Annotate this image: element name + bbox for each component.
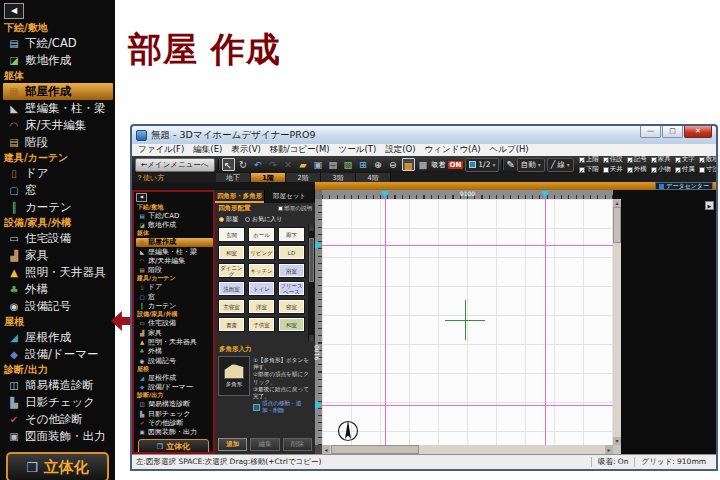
floor-tab[interactable]: 1階 bbox=[251, 173, 286, 182]
scrollbar-thumb[interactable] bbox=[331, 445, 419, 454]
room-button[interactable]: トイレ bbox=[248, 281, 275, 296]
sidebar-item[interactable]: ◫ 簡易構造診断 bbox=[3, 377, 113, 394]
sidebar-item[interactable]: ▣ 図面装飾・出力 bbox=[3, 428, 113, 445]
fit-view-icon[interactable]: ⊞ bbox=[357, 158, 370, 171]
sidebar-item[interactable]: 下絵/敷地 bbox=[3, 21, 113, 35]
mini-sidebar-item[interactable]: ▙ 日影チェック bbox=[136, 409, 213, 418]
maximize-button[interactable]: □ bbox=[662, 126, 683, 138]
mini-sidebar-item[interactable]: ▤ 下絵/CAD bbox=[136, 211, 213, 220]
sidebar-item[interactable]: ◠ 床/天井編集 bbox=[3, 117, 113, 134]
layer-checkbox[interactable]: 敷地 bbox=[699, 156, 716, 164]
panel-tab[interactable]: 四角形・多角形 bbox=[215, 190, 265, 203]
sidebar-item[interactable]: ▤ 下絵/CAD bbox=[3, 35, 113, 52]
mini-sidebar-item[interactable]: ◣ 壁編集・柱・梁 bbox=[136, 247, 213, 256]
room-button[interactable]: 廊下 bbox=[278, 227, 305, 242]
print-icon[interactable]: ▤ bbox=[327, 158, 340, 171]
menu-item[interactable]: 編集(E) bbox=[193, 144, 222, 156]
close-button[interactable]: ✕ bbox=[684, 126, 712, 138]
layer-checkbox[interactable]: 天井 bbox=[603, 165, 623, 173]
mini-sidebar-item[interactable]: ▣ 図面装飾・出力 bbox=[136, 428, 213, 437]
mini-sidebar-item[interactable]: ◠ 床/天井編集 bbox=[136, 256, 213, 265]
make-3d-button[interactable]: ❒ 立体化 bbox=[6, 452, 109, 480]
layer-checkbox[interactable]: 小物 bbox=[651, 165, 671, 173]
sidebar-item[interactable]: ║ カーテン bbox=[3, 199, 113, 216]
room-button[interactable]: 洗面室 bbox=[218, 281, 245, 296]
scroll-down-icon[interactable]: ▾ bbox=[613, 437, 621, 445]
sidebar-item[interactable]: ▤ 階段 bbox=[3, 134, 113, 151]
room-button[interactable]: 和室 bbox=[278, 317, 305, 332]
floor-tab[interactable]: 3階 bbox=[321, 173, 356, 182]
menu-item[interactable]: ヘルプ(H) bbox=[490, 144, 529, 156]
room-button[interactable]: LD bbox=[278, 245, 305, 260]
scroll-right-icon[interactable]: ▸ bbox=[605, 445, 613, 454]
layer-checkbox[interactable]: 付属 bbox=[675, 165, 695, 173]
sidebar-item[interactable]: ◣ 壁編集・柱・梁 bbox=[3, 100, 113, 117]
sidebar-collapse-button[interactable]: ◀ bbox=[4, 3, 24, 19]
sidebar-item[interactable]: ▢ 窓 bbox=[3, 182, 113, 199]
mini-sidebar-item[interactable]: ▢ 窓 bbox=[136, 292, 213, 301]
sidebar-item[interactable]: 診断/出力 bbox=[3, 363, 113, 377]
mini-sidebar-collapse-button[interactable]: ◀ bbox=[136, 193, 147, 202]
menu-item[interactable]: 設定(O) bbox=[385, 144, 415, 156]
rotate-select-icon[interactable]: ↻ bbox=[237, 158, 250, 171]
open-file-icon[interactable]: ▰ bbox=[297, 158, 310, 171]
floor-tab[interactable]: 地下 bbox=[216, 173, 251, 182]
sidebar-item[interactable]: 躯体 bbox=[3, 69, 113, 83]
grid-toggle-icon[interactable]: ▦ bbox=[402, 158, 415, 171]
sidebar-item[interactable]: ▟ 家具 bbox=[3, 247, 113, 264]
action-button[interactable]: 追加 bbox=[218, 438, 247, 451]
radio-option[interactable]: お気に入り bbox=[245, 215, 282, 224]
room-button[interactable]: 子供室 bbox=[248, 317, 275, 332]
image-icon[interactable]: ▧ bbox=[342, 158, 355, 171]
layer-checkbox[interactable]: 下階 bbox=[579, 165, 599, 173]
menu-item[interactable]: 表示(V) bbox=[231, 144, 260, 156]
layer-checkbox[interactable]: 家具 bbox=[651, 156, 671, 164]
sidebar-item[interactable]: ◪ 敷地作成 bbox=[3, 52, 113, 69]
room-button[interactable]: 書斎 bbox=[218, 317, 245, 332]
room-button[interactable]: 洋室 bbox=[248, 299, 275, 314]
room-button[interactable]: ホール bbox=[248, 227, 275, 242]
horizontal-scrollbar[interactable]: ◂ ▸ bbox=[322, 445, 613, 454]
mini-sidebar-item[interactable]: ▲ 照明・天井器具 bbox=[136, 337, 213, 346]
expand-panel-button[interactable]: ▶ bbox=[705, 201, 714, 210]
sidebar-item[interactable]: ▦ 部屋作成 bbox=[3, 83, 113, 100]
layer-checkbox[interactable]: 寸法線 bbox=[699, 165, 716, 173]
room-button[interactable]: 和室 bbox=[218, 245, 245, 260]
room-button[interactable]: 寝室 bbox=[278, 299, 305, 314]
menu-item[interactable]: ウィンドウ(A) bbox=[425, 144, 481, 156]
sidebar-item[interactable]: ▯ ドア bbox=[3, 165, 113, 182]
room-button[interactable]: 浴室 bbox=[278, 263, 305, 278]
scrollbar-thumb[interactable] bbox=[613, 207, 621, 243]
radio-option[interactable]: 部屋 bbox=[219, 215, 238, 224]
mini-sidebar-item[interactable]: ▟ 家具 bbox=[136, 328, 213, 337]
datacenter-button[interactable]: データセンター bbox=[655, 182, 713, 190]
sidebar-item[interactable]: ♣ 外構 bbox=[3, 281, 113, 298]
floor-tab[interactable]: 2階 bbox=[286, 173, 321, 182]
scroll-left-icon[interactable]: ◂ bbox=[322, 445, 330, 454]
scale-dropdown[interactable]: 1/2 ▾ bbox=[465, 158, 499, 172]
mini-sidebar-item[interactable]: ▦ 部屋作成 bbox=[136, 238, 213, 247]
sidebar-item[interactable]: ▲ 照明・天井器具 bbox=[3, 264, 113, 281]
minimize-button[interactable]: — bbox=[640, 126, 661, 138]
fill-toggle-icon[interactable]: ■ bbox=[417, 158, 430, 171]
sidebar-item[interactable]: ◉ 設備記号 bbox=[3, 298, 113, 315]
zoom-in-icon[interactable]: ⊕ bbox=[372, 158, 385, 171]
room-button[interactable]: リビング bbox=[248, 245, 275, 260]
main-menu-back-button[interactable]: ←メインメニューへ bbox=[135, 158, 215, 172]
layer-checkbox[interactable]: 住設 bbox=[603, 156, 623, 164]
floor-tab[interactable]: 4階 bbox=[356, 173, 391, 182]
mini-make-3d-button[interactable]: ❒ 立体化 bbox=[138, 439, 209, 454]
layer-checkbox[interactable]: 外構 bbox=[627, 165, 647, 173]
action-button[interactable]: 削除 bbox=[283, 438, 312, 451]
sidebar-item[interactable]: ▭ 住宅設備 bbox=[3, 230, 113, 247]
vertical-scrollbar[interactable]: ▴ ▾ bbox=[613, 199, 621, 445]
layer-checkbox[interactable]: 上階 bbox=[579, 156, 599, 164]
menu-item[interactable]: ファイル(F) bbox=[138, 144, 184, 156]
auto-wall-dropdown[interactable]: 自動 ▾ bbox=[517, 158, 545, 172]
snap-toggle[interactable]: 吸着 ON bbox=[432, 160, 464, 170]
action-button[interactable]: 編集 bbox=[250, 438, 279, 451]
scroll-down-icon[interactable]: ▾ bbox=[309, 335, 314, 342]
sidebar-item[interactable]: 設備/家具/外構 bbox=[3, 216, 113, 230]
menu-item[interactable]: ツール(T) bbox=[339, 144, 377, 156]
select-cursor-icon[interactable]: ↖ bbox=[222, 158, 235, 171]
